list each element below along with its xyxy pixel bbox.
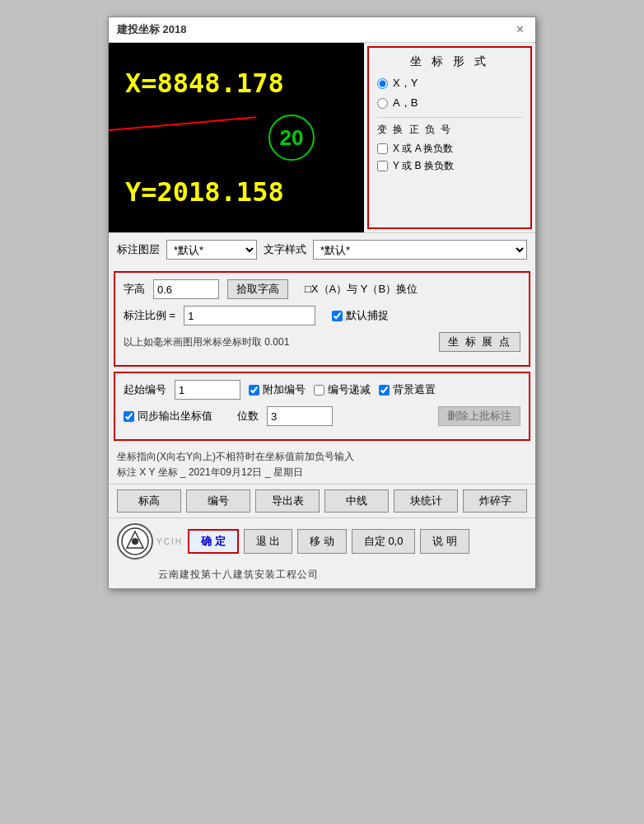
start-number-input[interactable] bbox=[175, 380, 240, 400]
sign-convert-section: 变 换 正 负 号 X 或 A 换负数 Y 或 B 换负数 bbox=[377, 117, 522, 173]
add-number-checkbox[interactable] bbox=[249, 385, 259, 396]
export-button[interactable]: 导出表 bbox=[255, 489, 320, 513]
start-number-label: 起始编号 bbox=[124, 382, 166, 397]
confirm-button[interactable]: 确 定 bbox=[188, 529, 239, 554]
coord-y-display: Y=2018.158 bbox=[125, 176, 284, 208]
expand-point-button[interactable]: 坐 标 展 点 bbox=[439, 332, 520, 352]
explode-button[interactable]: 炸碎字 bbox=[463, 489, 527, 513]
font-height-input[interactable] bbox=[153, 279, 219, 299]
move-button[interactable]: 移 动 bbox=[297, 529, 347, 554]
add-number-text: 附加编号 bbox=[263, 382, 306, 397]
font-height-row: 字高 拾取字高 □X（A）与 Y（B）换位 bbox=[124, 279, 520, 299]
info-line1: 坐标指向(X向右Y向上)不相符时在坐标值前加负号输入 bbox=[117, 449, 527, 465]
layer-row: 标注图层 *默认* 文字样式 *默认* bbox=[109, 232, 535, 266]
close-button[interactable]: × bbox=[513, 22, 527, 37]
number-button[interactable]: 编号 bbox=[186, 489, 250, 513]
number-bottom-row: 同步输出坐标值 位数 删除上批标注 bbox=[124, 406, 520, 426]
coord-option-ab[interactable]: A，B bbox=[377, 96, 522, 110]
main-window: 建投坐标 2018 × X=8848.178 Y=2018.158 20 坐 标… bbox=[108, 16, 536, 589]
number-top-row: 起始编号 附加编号 编号递减 背景遮置 bbox=[124, 380, 520, 400]
delete-batch-button[interactable]: 删除上批标注 bbox=[438, 406, 520, 426]
bg-mask-text: 背景遮置 bbox=[393, 382, 436, 397]
scale-label: 标注比例 = bbox=[124, 308, 175, 323]
font-height-label: 字高 bbox=[124, 282, 145, 297]
preview-canvas: X=8848.178 Y=2018.158 20 bbox=[109, 43, 364, 232]
bg-mask-checkbox[interactable] bbox=[379, 385, 390, 396]
radio-xy[interactable] bbox=[377, 78, 388, 89]
sync-output-label[interactable]: 同步输出坐标值 bbox=[124, 409, 212, 424]
snap-label: 默认捕捉 bbox=[346, 308, 389, 323]
add-number-label[interactable]: 附加编号 bbox=[249, 382, 306, 397]
scale-input[interactable] bbox=[184, 306, 315, 325]
help-button[interactable]: 说 明 bbox=[420, 529, 469, 554]
exit-button[interactable]: 退 出 bbox=[244, 529, 293, 554]
sign-convert-title: 变 换 正 负 号 bbox=[377, 123, 522, 137]
svg-point-2 bbox=[132, 538, 138, 545]
layer-select[interactable]: *默认* bbox=[166, 240, 257, 260]
action-row: 标高 编号 导出表 中线 块统计 炸碎字 bbox=[109, 484, 535, 517]
layer-label: 标注图层 bbox=[117, 242, 160, 257]
info-line2: 标注 X Y 坐标 _ 2021年09月12日 _ 星期日 bbox=[117, 465, 527, 480]
hint-text: 以上如毫米画图用米标坐标时取 0.001 bbox=[124, 335, 289, 349]
checkbox-y-neg-label: Y 或 B 换负数 bbox=[393, 159, 454, 173]
snap-checkbox-label[interactable]: 默认捕捉 bbox=[332, 308, 389, 323]
digits-label: 位数 bbox=[237, 409, 259, 424]
fade-label[interactable]: 编号递减 bbox=[314, 382, 371, 397]
checkbox-y-neg[interactable] bbox=[377, 161, 388, 171]
radio-ab[interactable] bbox=[377, 98, 388, 109]
radio-xy-label: X，Y bbox=[393, 76, 418, 91]
fade-text: 编号递减 bbox=[328, 382, 371, 397]
block-stat-button[interactable]: 块统计 bbox=[394, 489, 458, 513]
logo-area: YCIH bbox=[117, 523, 183, 559]
style-select[interactable]: *默认* bbox=[313, 240, 527, 260]
company-name: 云南建投第十八建筑安装工程公司 bbox=[109, 564, 535, 588]
elevation-button[interactable]: 标高 bbox=[117, 489, 181, 513]
info-text-area: 坐标指向(X向右Y向上)不相符时在坐标值前加负号输入 标注 X Y 坐标 _ 2… bbox=[109, 446, 535, 484]
fade-checkbox[interactable] bbox=[314, 385, 324, 396]
coord-format-options: X，Y A，B bbox=[377, 76, 522, 110]
bg-mask-label[interactable]: 背景遮置 bbox=[379, 382, 436, 397]
xy-swap-label: □X（A）与 Y（B）换位 bbox=[305, 282, 418, 297]
coord-format-title: 坐 标 形 式 bbox=[377, 54, 522, 69]
auto-button[interactable]: 自定 0,0 bbox=[352, 529, 416, 554]
numbering-panel: 起始编号 附加编号 编号递减 背景遮置 同步输出坐标值 位数 删除上批标注 bbox=[114, 372, 530, 441]
checkbox-x-neg[interactable] bbox=[377, 143, 388, 154]
red-line bbox=[109, 116, 256, 131]
top-section: X=8848.178 Y=2018.158 20 坐 标 形 式 X，Y A，B… bbox=[109, 43, 535, 232]
sign-option-x[interactable]: X 或 A 换负数 bbox=[377, 142, 522, 156]
hint-row: 以上如毫米画图用米标坐标时取 0.001 坐 标 展 点 bbox=[124, 332, 520, 352]
coord-option-xy[interactable]: X，Y bbox=[377, 76, 522, 91]
coord-format-panel: 坐 标 形 式 X，Y A，B 变 换 正 负 号 X 或 A 换负数 bbox=[367, 46, 532, 229]
title-bar: 建投坐标 2018 × bbox=[109, 17, 535, 43]
sync-output-text: 同步输出坐标值 bbox=[138, 409, 212, 424]
window-title: 建投坐标 2018 bbox=[117, 22, 187, 37]
company-logo bbox=[117, 523, 153, 559]
digits-input[interactable] bbox=[267, 406, 333, 426]
coord-x-display: X=8848.178 bbox=[125, 68, 284, 99]
circle-number-display: 20 bbox=[268, 115, 315, 161]
centerline-button[interactable]: 中线 bbox=[324, 489, 389, 513]
footer-row: YCIH 确 定 退 出 移 动 自定 0,0 说 明 bbox=[109, 517, 535, 564]
pick-height-button[interactable]: 拾取字高 bbox=[227, 279, 288, 299]
sync-output-checkbox[interactable] bbox=[124, 411, 134, 422]
snap-checkbox[interactable] bbox=[332, 311, 343, 321]
scale-row: 标注比例 = 默认捕捉 bbox=[124, 306, 520, 325]
radio-ab-label: A，B bbox=[393, 96, 418, 110]
style-label: 文字样式 bbox=[264, 242, 306, 257]
sign-option-y[interactable]: Y 或 B 换负数 bbox=[377, 159, 522, 173]
settings-panel: 字高 拾取字高 □X（A）与 Y（B）换位 标注比例 = 默认捕捉 以上如毫米画… bbox=[114, 271, 530, 367]
checkbox-x-neg-label: X 或 A 换负数 bbox=[393, 142, 453, 156]
